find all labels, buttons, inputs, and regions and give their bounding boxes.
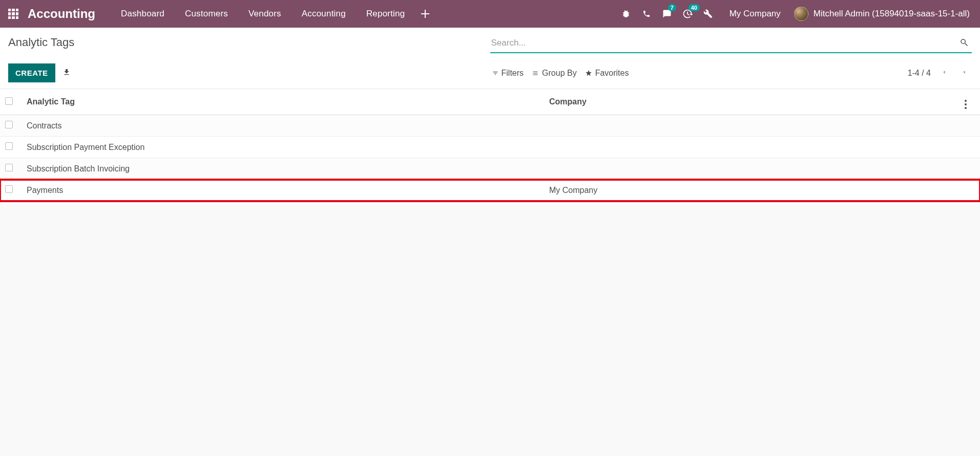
- tools-icon[interactable]: [698, 0, 718, 28]
- app-brand[interactable]: Accounting: [28, 7, 95, 21]
- user-name: Mitchell Admin (15894019-saas-15-1-all): [814, 9, 970, 19]
- table-row[interactable]: Payments My Company: [0, 180, 980, 201]
- breadcrumb: Analytic Tags: [8, 36, 490, 53]
- column-analytic-tag[interactable]: Analytic Tag: [22, 89, 544, 115]
- table-row[interactable]: Contracts: [0, 115, 980, 137]
- menu-accounting[interactable]: Accounting: [291, 9, 356, 19]
- pager-prev-icon[interactable]: [937, 66, 951, 80]
- import-icon[interactable]: [62, 68, 71, 78]
- phone-icon[interactable]: [636, 0, 657, 28]
- main-menu: Dashboard Customers Vendors Accounting R…: [111, 0, 435, 28]
- search-bar: [490, 36, 972, 53]
- control-panel: Analytic Tags CREATE Filters Group By Fa…: [0, 28, 980, 89]
- pager-value[interactable]: 1-4 / 4: [908, 69, 931, 78]
- menu-reporting[interactable]: Reporting: [356, 9, 415, 19]
- cell-company: My Company: [544, 180, 960, 201]
- row-checkbox[interactable]: [5, 185, 13, 193]
- activities-icon[interactable]: 40: [677, 0, 698, 28]
- cell-tag: Payments: [22, 180, 544, 201]
- messages-icon[interactable]: 7: [657, 0, 677, 28]
- table-row[interactable]: Subscription Payment Exception: [0, 137, 980, 158]
- avatar: [794, 7, 808, 21]
- favorites-button[interactable]: Favorites: [583, 67, 635, 80]
- pager-next-icon[interactable]: [957, 66, 972, 80]
- filters-label: Filters: [502, 69, 524, 78]
- column-options-icon[interactable]: [965, 100, 967, 109]
- cell-company: [544, 158, 960, 180]
- cell-company: [544, 137, 960, 158]
- user-menu[interactable]: Mitchell Admin (15894019-saas-15-1-all): [792, 7, 974, 21]
- row-checkbox[interactable]: [5, 121, 13, 128]
- search-input[interactable]: [490, 36, 957, 52]
- search-icon[interactable]: [956, 38, 972, 51]
- cell-company: [544, 115, 960, 137]
- company-switcher[interactable]: My Company: [718, 9, 792, 19]
- filters-button[interactable]: Filters: [490, 67, 530, 80]
- apps-icon[interactable]: [8, 9, 18, 19]
- cell-tag: Subscription Payment Exception: [22, 137, 544, 158]
- debug-icon[interactable]: [616, 0, 636, 28]
- row-checkbox[interactable]: [5, 142, 13, 150]
- menu-vendors[interactable]: Vendors: [238, 9, 291, 19]
- column-company[interactable]: Company: [544, 89, 960, 115]
- menu-customers[interactable]: Customers: [175, 9, 238, 19]
- cp-search-options: Filters Group By Favorites 1-4 / 4: [490, 63, 972, 82]
- messages-badge: 7: [668, 4, 676, 11]
- nav-systray: 7 40 My Company Mitchell Admin (15894019…: [616, 0, 974, 28]
- list-header-row: Analytic Tag Company: [0, 89, 980, 115]
- top-nav: Accounting Dashboard Customers Vendors A…: [0, 0, 980, 28]
- table-row[interactable]: Subscription Batch Invoicing: [0, 158, 980, 180]
- row-checkbox[interactable]: [5, 164, 13, 171]
- create-button[interactable]: CREATE: [8, 63, 55, 82]
- new-icon[interactable]: [415, 0, 435, 28]
- favorites-label: Favorites: [595, 69, 629, 78]
- cell-tag: Subscription Batch Invoicing: [22, 158, 544, 180]
- select-all-checkbox[interactable]: [5, 97, 13, 105]
- groupby-label: Group By: [542, 69, 577, 78]
- menu-dashboard[interactable]: Dashboard: [111, 9, 175, 19]
- list-view: Analytic Tag Company Contracts Subscript…: [0, 89, 980, 201]
- pager: 1-4 / 4: [908, 66, 972, 80]
- groupby-button[interactable]: Group By: [530, 67, 583, 80]
- cp-buttons: CREATE: [8, 63, 490, 82]
- cell-tag: Contracts: [22, 115, 544, 137]
- empty-area: [0, 201, 980, 456]
